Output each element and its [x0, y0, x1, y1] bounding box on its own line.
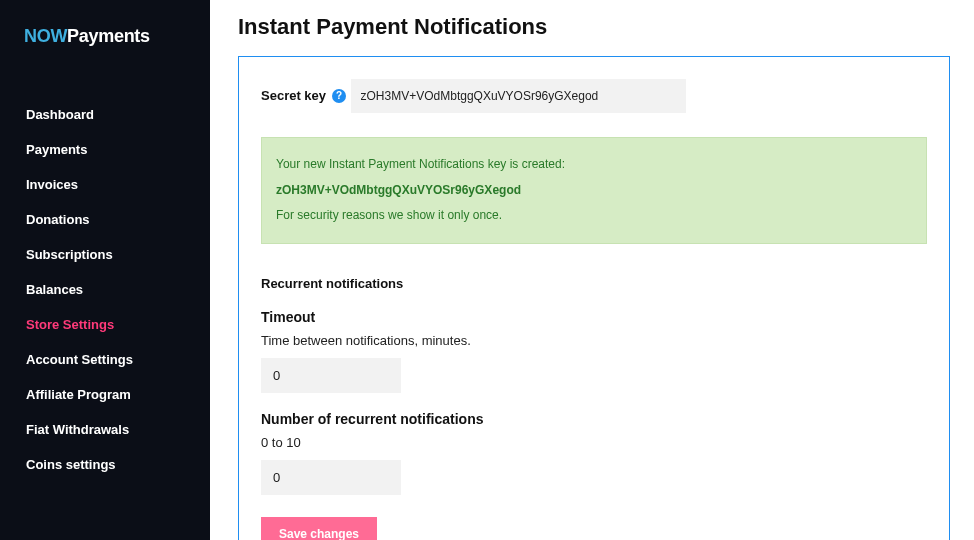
alert-line1: Your new Instant Payment Notifications k…	[276, 157, 565, 171]
timeout-help: Time between notifications, minutes.	[261, 333, 927, 348]
help-icon[interactable]: ?	[332, 89, 346, 103]
sidebar-item-label: Fiat Withdrawals	[26, 422, 129, 437]
secret-key-label-text: Secret key	[261, 88, 326, 103]
secret-key-input[interactable]	[351, 79, 686, 113]
alert-line2: For security reasons we show it only onc…	[276, 208, 502, 222]
sidebar-item-store-settings[interactable]: Store Settings	[0, 307, 210, 342]
page-title: Instant Payment Notifications	[238, 14, 950, 40]
ipn-card: Secret key ? Your new Instant Payment No…	[238, 56, 950, 540]
timeout-input[interactable]	[261, 358, 401, 393]
sidebar-item-payments[interactable]: Payments	[0, 132, 210, 167]
sidebar-item-label: Donations	[26, 212, 90, 227]
main: Instant Payment Notifications Secret key…	[210, 0, 974, 540]
sidebar-item-label: Coins settings	[26, 457, 116, 472]
sidebar-item-balances[interactable]: Balances	[0, 272, 210, 307]
key-created-alert: Your new Instant Payment Notifications k…	[261, 137, 927, 244]
sidebar-item-fiat-withdrawals[interactable]: Fiat Withdrawals	[0, 412, 210, 447]
sidebar-item-label: Subscriptions	[26, 247, 113, 262]
nav: Dashboard Payments Invoices Donations Su…	[0, 77, 210, 482]
timeout-label: Timeout	[261, 309, 927, 325]
sidebar-item-label: Balances	[26, 282, 83, 297]
logo: NOWPayments	[0, 26, 210, 77]
sidebar-item-label: Invoices	[26, 177, 78, 192]
count-label: Number of recurrent notifications	[261, 411, 927, 427]
alert-key: zOH3MV+VOdMbtggQXuVYOSr96yGXegod	[276, 180, 912, 202]
sidebar-item-subscriptions[interactable]: Subscriptions	[0, 237, 210, 272]
sidebar-item-donations[interactable]: Donations	[0, 202, 210, 237]
recurrent-section-label: Recurrent notifications	[261, 276, 927, 291]
sidebar-item-label: Payments	[26, 142, 87, 157]
secret-key-label: Secret key ?	[261, 88, 346, 103]
sidebar-item-dashboard[interactable]: Dashboard	[0, 97, 210, 132]
sidebar-item-label: Dashboard	[26, 107, 94, 122]
sidebar: NOWPayments Dashboard Payments Invoices …	[0, 0, 210, 540]
sidebar-item-label: Store Settings	[26, 317, 114, 332]
save-button[interactable]: Save changes	[261, 517, 377, 540]
logo-payments: Payments	[67, 26, 150, 46]
logo-now: NOW	[24, 26, 67, 46]
count-help: 0 to 10	[261, 435, 927, 450]
sidebar-item-coins-settings[interactable]: Coins settings	[0, 447, 210, 482]
sidebar-item-invoices[interactable]: Invoices	[0, 167, 210, 202]
count-input[interactable]	[261, 460, 401, 495]
sidebar-item-affiliate-program[interactable]: Affiliate Program	[0, 377, 210, 412]
sidebar-item-account-settings[interactable]: Account Settings	[0, 342, 210, 377]
sidebar-item-label: Affiliate Program	[26, 387, 131, 402]
sidebar-item-label: Account Settings	[26, 352, 133, 367]
